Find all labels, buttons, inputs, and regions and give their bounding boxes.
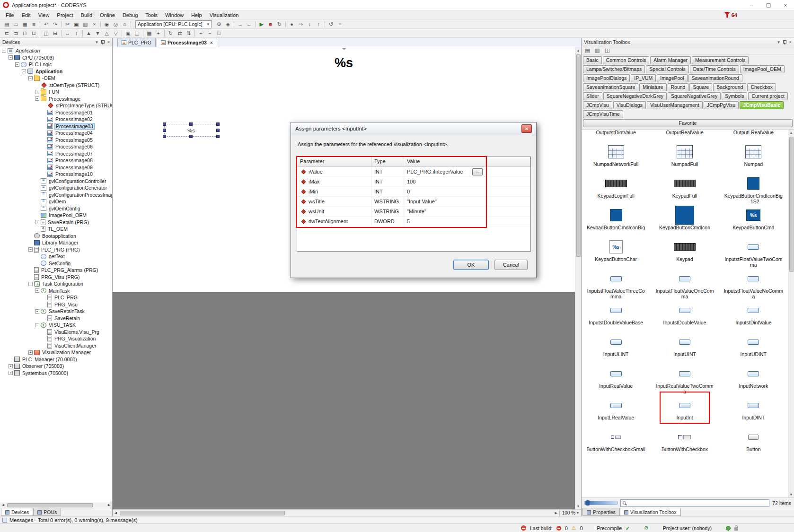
category-measurement-controls[interactable]: Measurement Controls	[692, 56, 749, 64]
parameter-value-cell[interactable]: 5	[404, 217, 486, 227]
build-button[interactable]: ⚙	[214, 20, 223, 28]
toolbox-item-inputudint[interactable]: InputUDINT	[719, 331, 788, 363]
close-button[interactable]: ×	[777, 0, 794, 10]
tree-item-systembus-705000[interactable]: +Systembus (705000)	[0, 370, 112, 377]
parameter-row-imax[interactable]: iMaxINT100	[297, 177, 530, 187]
paste-button[interactable]: ▥	[81, 20, 90, 28]
category-current-project[interactable]: Current project	[748, 92, 787, 100]
ok-button[interactable]: OK	[453, 260, 489, 270]
tree-item-gvloemconfig[interactable]: gvlOemConfig	[0, 205, 112, 212]
menu-help[interactable]: Help	[187, 11, 206, 19]
tree-item-visualization-manager[interactable]: +Visualization Manager	[0, 349, 112, 356]
toolbox-item-inputint[interactable]: InputInt	[650, 394, 719, 426]
menu-debug[interactable]: Debug	[119, 11, 141, 19]
parameter-row-imin[interactable]: iMinINT0	[297, 187, 530, 197]
category-visuusermanagement[interactable]: VisuUserManagement	[647, 101, 703, 109]
collapse-icon[interactable]: −	[28, 76, 33, 80]
category-special-controls[interactable]: Special Controls	[646, 65, 688, 73]
pin-icon[interactable]	[101, 40, 105, 44]
menu-tools[interactable]: Tools	[141, 11, 161, 19]
category-common-controls[interactable]: Common Controls	[603, 56, 650, 64]
step-out-button[interactable]: ↑	[314, 20, 323, 28]
tree-item-stprocimagetype-struct[interactable]: stProcImageType (STRUCT)	[0, 102, 112, 109]
toolbox-item-inputlrealvalue[interactable]: InputLRealValue	[582, 394, 650, 426]
toolbox-item-keypadbuttoncmdiconbig[interactable]: KeypadButtonCmdIconBig	[582, 204, 650, 236]
chevron-down-icon[interactable]: ▾	[96, 40, 98, 44]
center-vertical-button[interactable]: ⊟	[51, 29, 60, 37]
expand-icon[interactable]: +	[9, 364, 13, 368]
category-favorite[interactable]: Favorite	[583, 119, 793, 127]
mirror-vertical-button[interactable]: ⇅	[184, 29, 193, 37]
tree-item-processimage08[interactable]: ProcessImage08	[0, 157, 112, 164]
bring-to-front-button[interactable]: ▲	[84, 29, 93, 37]
selection-handle[interactable]	[163, 129, 166, 132]
tree-item-visuelems-visu-prg[interactable]: VisuElems.Visu_Prg	[0, 329, 112, 336]
align-bottom-button[interactable]: ⊔	[29, 29, 38, 37]
tree-item-saveretain-prg[interactable]: +SaveRetain (PRG)	[0, 219, 112, 226]
toolbox-item-outputstdintvalue[interactable]: OutputstDintValue	[582, 130, 650, 141]
category-saveanimationround[interactable]: SaveanimationRound	[688, 74, 742, 82]
collapse-icon[interactable]: −	[15, 62, 19, 67]
expand-all-button[interactable]: ◫	[603, 47, 612, 54]
search-all-button[interactable]: ⌂	[120, 20, 129, 28]
replace-button[interactable]: ◎	[111, 20, 120, 28]
tree-item-prg-visualization[interactable]: PRG_Visualization	[0, 335, 112, 342]
toolbox-item-numpadfull[interactable]: NumpadFull	[650, 141, 719, 173]
editor-horizontal-scrollbar[interactable]	[119, 510, 553, 516]
tree-item-processimage05[interactable]: ProcessImage05	[0, 137, 112, 144]
category-miniature[interactable]: Miniature	[639, 83, 666, 91]
toolbox-item-inputstdoublevaluebase[interactable]: InputstDoubleValueBase	[582, 299, 650, 331]
category-round[interactable]: Round	[668, 83, 689, 91]
tree-item-bootapplication[interactable]: Bootapplication	[0, 233, 112, 240]
category-squarenegativegrey[interactable]: SquareNegativeGrey	[668, 92, 721, 100]
menu-online[interactable]: Online	[96, 11, 119, 19]
collapse-icon[interactable]: −	[35, 323, 39, 327]
maximize-button[interactable]: ▢	[760, 0, 777, 10]
copy-button[interactable]: ▣	[72, 20, 81, 28]
tab-properties[interactable]: Properties	[582, 508, 620, 516]
tree-item-observer-705003[interactable]: +Observer (705003)	[0, 363, 112, 370]
grid-button[interactable]: ▦	[145, 29, 154, 37]
category-imagepooldialogs[interactable]: ImagePoolDialogs	[583, 74, 630, 82]
toolbox-item-keypadbuttonchar[interactable]: %sKeypadButtonChar	[582, 236, 650, 268]
ungroup-button[interactable]: ▢	[132, 29, 141, 37]
tree-item-saveretaintask[interactable]: −SaveRetainTask	[0, 308, 112, 315]
tree-item-processimage06[interactable]: ProcessImage06	[0, 143, 112, 150]
selection-handle[interactable]	[189, 122, 193, 126]
collapse-icon[interactable]: −	[35, 96, 39, 101]
login-button[interactable]: →	[236, 20, 245, 28]
toolbox-item-keypadbuttoncmd[interactable]: %sKeypadButtonCmd	[719, 204, 788, 236]
align-right-button[interactable]: ⊐	[11, 29, 20, 37]
tree-item-saveretain[interactable]: SaveRetain	[0, 315, 112, 322]
message-filter[interactable]: 64	[724, 12, 737, 18]
reset-warm-button[interactable]: ↺	[326, 20, 335, 28]
browse-button[interactable]: ...	[472, 168, 483, 175]
view-details-button[interactable]: ▥	[593, 47, 602, 54]
toolbox-item-keypadfull[interactable]: KeypadFull	[650, 173, 719, 204]
tree-item-gvloem[interactable]: gvlOem	[0, 198, 112, 205]
snap-to-grid-button[interactable]: +	[154, 29, 163, 37]
toolbox-vertical-scrollbar[interactable]: ▲ ▼	[788, 130, 794, 497]
tab-visualization-toolbox[interactable]: Visualization Toolbox	[620, 508, 681, 516]
selection-handle[interactable]	[163, 122, 166, 126]
collapse-icon[interactable]: −	[22, 69, 26, 73]
tree-item-gvlconfigurationgenerator[interactable]: gvlConfigurationGenerator	[0, 184, 112, 192]
tree-item-processimage07[interactable]: ProcessImage07	[0, 150, 112, 157]
collapse-icon[interactable]: −	[2, 49, 6, 53]
toolbox-item-inputrealvalue[interactable]: InputRealValue	[582, 363, 650, 394]
active-application-combobox[interactable]: Application [CPU: PLC Logic]▾	[135, 20, 212, 28]
messages-bar[interactable]: Messages - Total 0 error(s), 0 warning(s…	[0, 516, 794, 523]
tree-item-gettext[interactable]: getText	[0, 253, 112, 260]
toolbox-item-buttonwithcheckbox[interactable]: ButtonWithCheckbox	[650, 426, 719, 458]
toolbox-item-inputstfloatvaluethreecomma[interactable]: InputstFloatValueThreeComma	[582, 268, 650, 299]
parameter-value-cell[interactable]: "Input Value"	[404, 197, 486, 207]
start-button[interactable]: ▶	[257, 20, 266, 28]
one-backward-button[interactable]: ▽	[111, 29, 120, 37]
step-over-button[interactable]: ⇒	[296, 20, 305, 28]
tree-item-application[interactable]: −Application	[0, 68, 112, 75]
view-list-button[interactable]: ▤	[583, 47, 592, 54]
toolbox-item-keypadbuttoncmdiconbig-1s2[interactable]: KeypadButtonCmdIconBig_1S2	[719, 173, 788, 204]
collapse-icon[interactable]: −	[35, 288, 39, 293]
step-into-button[interactable]: ↓	[305, 20, 314, 28]
category-slider[interactable]: Slider	[583, 92, 602, 100]
